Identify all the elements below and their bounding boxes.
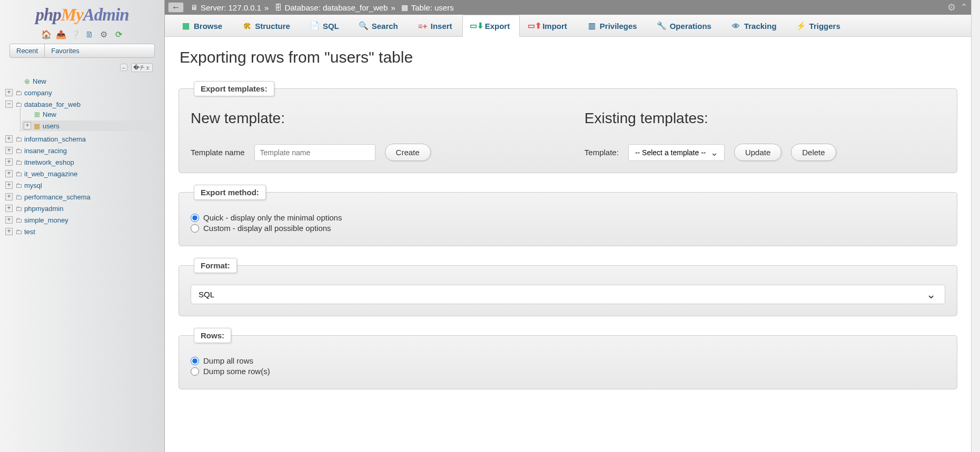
expand-icon[interactable]: + [5, 147, 13, 154]
radio-all-rows[interactable] [191, 357, 199, 365]
expand-icon[interactable]: + [5, 158, 13, 166]
tab-import[interactable]: ▭⬆Import [520, 15, 577, 36]
tree-db-it_web_magazine[interactable]: +🗀it_web_magazine [5, 169, 159, 178]
db-icon: 🗀 [14, 100, 23, 108]
sidebar: phpMyAdmin 🏠 📤 ❔ 🗎 ⚙ ⟳ Recent Favorites … [0, 0, 165, 452]
crumb-server[interactable]: Server: 127.0.0.1 [201, 3, 261, 12]
database-icon: 🗄 [274, 3, 282, 12]
main-tabs: ▦Browse 🛠Structure 📄SQL 🔍Search ≡+Insert… [165, 15, 971, 37]
logout-icon[interactable]: 📤 [56, 30, 65, 39]
tree-db-mysql[interactable]: +🗀mysql [5, 181, 159, 189]
link-icon[interactable]: �チェ [131, 63, 153, 72]
back-button[interactable]: ← [168, 2, 184, 13]
tab-insert[interactable]: ≡+Insert [408, 15, 462, 36]
format-select[interactable]: SQL [191, 285, 945, 304]
db-icon: 🗀 [14, 204, 23, 213]
template-select-label: Template: [585, 148, 619, 157]
export-icon: ▭⬇ [472, 21, 482, 31]
expand-icon[interactable]: + [5, 193, 13, 200]
reload-icon[interactable]: ⟳ [114, 30, 123, 39]
gear-icon[interactable]: ⚙ [947, 2, 956, 13]
expand-icon[interactable]: + [5, 182, 13, 189]
new-template-heading: New template: [191, 110, 553, 127]
radio-custom[interactable] [191, 224, 199, 233]
scrollbar-track[interactable] [971, 0, 980, 452]
content: Exporting rows from "users" table Export… [165, 37, 971, 452]
insert-icon: ≡+ [418, 21, 428, 31]
settings-icon[interactable]: ⚙ [99, 30, 108, 39]
tab-export[interactable]: ▭⬇Export [462, 15, 520, 37]
tree-db-information_schema[interactable]: +🗀information_schema [5, 135, 159, 143]
expand-icon[interactable]: + [5, 170, 13, 177]
docs-icon[interactable]: ❔ [70, 30, 80, 39]
sidebar-toolbar: 🏠 📤 ❔ 🗎 ⚙ ⟳ [0, 30, 164, 39]
tab-structure[interactable]: 🛠Structure [232, 15, 300, 36]
expand-icon[interactable]: + [5, 89, 13, 96]
db-tree: ⊕New +🗀company −🗀database_for_web ⊞New +… [0, 75, 164, 243]
tree-db-company[interactable]: +🗀company [5, 88, 159, 97]
template-name-input[interactable] [254, 144, 375, 161]
expand-icon[interactable]: + [5, 216, 13, 224]
format-fieldset: Format: SQL [179, 258, 957, 316]
expand-icon[interactable]: + [5, 228, 13, 235]
tree-new[interactable]: ⊕New [5, 77, 159, 85]
logo[interactable]: phpMyAdmin [0, 0, 164, 27]
delete-button[interactable]: Delete [791, 144, 836, 161]
create-button[interactable]: Create [385, 144, 431, 161]
tab-triggers[interactable]: ⚡Triggers [787, 15, 850, 36]
sidebar-tabs: Recent Favorites [9, 44, 155, 58]
tree-db-database_for_web[interactable]: −🗀database_for_web [5, 100, 159, 108]
import-icon: ▭⬆ [530, 21, 539, 31]
tree-db-performance_schema[interactable]: +🗀performance_schema [5, 193, 159, 201]
browse-icon: ▦ [181, 21, 191, 31]
tree-db-insane_racing[interactable]: +🗀insane_racing [5, 146, 159, 155]
radio-quick[interactable] [191, 214, 199, 222]
tree-db-simple_money[interactable]: +🗀simple_money [5, 216, 159, 224]
crumb-database[interactable]: Database: database_for_web [284, 3, 388, 12]
radio-custom-label[interactable]: Custom - display all possible options [191, 224, 945, 233]
db-icon: 🗀 [14, 216, 23, 224]
tab-sql[interactable]: 📄SQL [300, 15, 349, 36]
tab-search[interactable]: 🔍Search [349, 15, 408, 36]
radio-some-rows-label[interactable]: Dump some row(s) [191, 367, 945, 376]
collapse-icon[interactable]: − [5, 101, 13, 108]
db-icon: 🗀 [14, 135, 23, 143]
tab-tracking[interactable]: 👁Tracking [721, 15, 787, 36]
table-icon: ▦ [33, 122, 41, 130]
tab-recent[interactable]: Recent [10, 44, 45, 57]
expand-icon[interactable]: + [5, 205, 13, 212]
tree-db-itnetwork_eshop[interactable]: +🗀itnetwork_eshop [5, 158, 159, 166]
expand-icon[interactable]: + [5, 135, 13, 143]
db-icon: 🗀 [14, 227, 23, 236]
tab-privileges[interactable]: ▥Privileges [577, 15, 647, 36]
template-name-label: Template name [191, 148, 245, 157]
radio-some-rows[interactable] [191, 367, 199, 376]
tree-db-test[interactable]: +🗀test [5, 227, 159, 236]
tab-browse[interactable]: ▦Browse [171, 15, 232, 36]
db-icon: 🗀 [14, 88, 23, 97]
db-icon: 🗀 [14, 169, 23, 178]
rows-legend: Rows: [194, 328, 231, 343]
sql-icon[interactable]: 🗎 [85, 30, 94, 39]
panel-link-icons: – �チェ [0, 62, 164, 75]
tab-operations[interactable]: 🔧Operations [647, 15, 721, 36]
export-method-fieldset: Export method: Quick - display only the … [179, 185, 957, 246]
crumb-table[interactable]: Table: users [411, 3, 454, 12]
db-icon: 🗀 [14, 193, 23, 201]
expand-icon[interactable]: + [24, 122, 31, 129]
tracking-icon: 👁 [731, 21, 741, 31]
tab-favorites[interactable]: Favorites [45, 44, 85, 57]
tree-db-phpmyadmin[interactable]: +🗀phpmyadmin [5, 204, 159, 213]
tree-new-table[interactable]: ⊞New [24, 110, 159, 118]
triggers-icon: ⚡ [797, 21, 806, 31]
crumb-sep: » [391, 3, 395, 12]
tree-table-users[interactable]: +▦users [22, 120, 161, 131]
search-icon: 🔍 [359, 21, 369, 31]
radio-all-rows-label[interactable]: Dump all rows [191, 356, 945, 365]
template-select[interactable]: -- Select a template -- [628, 144, 725, 161]
collapse-top-icon[interactable]: ⌃ [960, 2, 968, 13]
radio-quick-label[interactable]: Quick - display only the minimal options [191, 213, 945, 222]
update-button[interactable]: Update [734, 144, 781, 161]
home-icon[interactable]: 🏠 [41, 30, 51, 39]
collapse-icon[interactable]: – [120, 64, 127, 71]
